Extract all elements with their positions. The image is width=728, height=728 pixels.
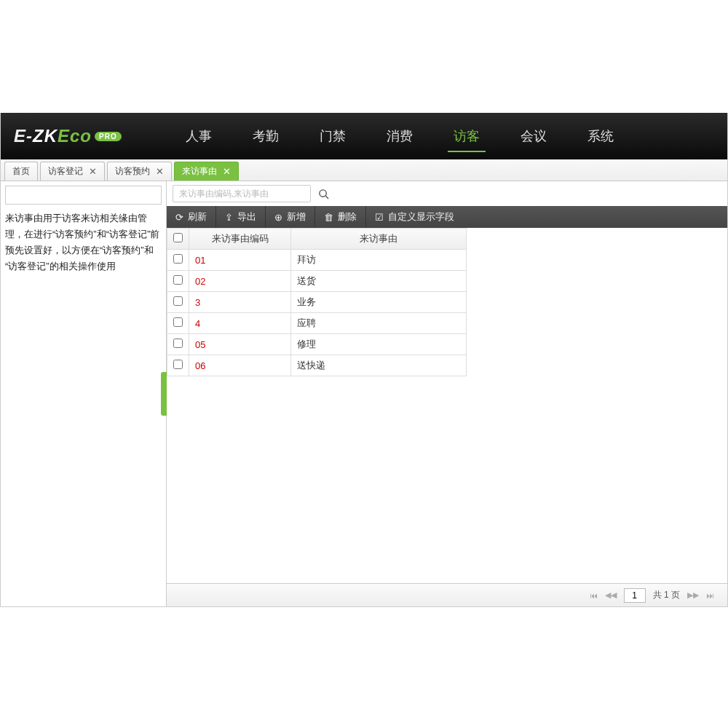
delete-label: 删除 [338, 210, 357, 223]
row-code: 02 [189, 271, 291, 292]
export-button[interactable]: ⇪导出 [216, 206, 266, 228]
delete-button[interactable]: 🗑删除 [315, 206, 366, 228]
tab-label: 来访事由 [182, 165, 217, 178]
close-icon[interactable]: ✕ [89, 167, 97, 176]
table-row[interactable]: 06送快递 [167, 355, 467, 376]
custom-fields-label: 自定义显示字段 [388, 210, 454, 223]
page-total: 共 1 页 [653, 589, 680, 601]
code-col-header[interactable]: 来访事由编码 [189, 229, 291, 250]
tab-2[interactable]: 访客预约✕ [107, 162, 172, 181]
main-nav: 人事考勤门禁消费访客会议系统 [165, 114, 714, 158]
logo-badge: PRO [95, 132, 122, 141]
app-logo: E-ZKEco PRO [14, 126, 122, 146]
row-code: 06 [189, 355, 291, 376]
svg-line-1 [325, 196, 328, 199]
nav-item-0[interactable]: 人事 [165, 114, 232, 158]
nav-item-6[interactable]: 系统 [567, 114, 634, 158]
refresh-label: 刷新 [188, 210, 207, 223]
row-checkbox[interactable] [173, 275, 183, 285]
reasons-table: 来访事由编码 来访事由 01拜访02送货3业务4应聘05修理06送快递 [167, 228, 467, 376]
refresh-button[interactable]: ⟳刷新 [167, 206, 216, 228]
row-reason: 拜访 [291, 250, 467, 271]
logo-text-zk: ZK [33, 126, 58, 146]
row-code: 01 [189, 250, 291, 271]
row-checkbox-cell [167, 334, 189, 355]
next-page-icon[interactable]: ▶▶ [687, 590, 699, 600]
row-reason: 送快递 [291, 355, 467, 376]
prev-page-icon[interactable]: ◀◀ [605, 590, 617, 600]
add-icon: ⊕ [274, 212, 282, 223]
check-icon: ☑ [375, 212, 384, 223]
select-all-checkbox[interactable] [173, 233, 183, 242]
nav-item-4[interactable]: 访客 [433, 114, 500, 158]
row-checkbox-cell [167, 292, 189, 313]
row-checkbox[interactable] [173, 254, 183, 264]
table-row[interactable]: 02送货 [167, 271, 467, 292]
first-page-icon[interactable]: ⏮ [590, 591, 598, 600]
sidebar-collapse-handle[interactable] [161, 372, 167, 416]
tab-label: 访客预约 [115, 165, 150, 178]
row-code: 3 [189, 292, 291, 313]
export-label: 导出 [237, 210, 256, 223]
nav-item-5[interactable]: 会议 [500, 114, 567, 158]
row-reason: 修理 [291, 334, 467, 355]
pagination: ⏮ ◀◀ 共 1 页 ▶▶ ⏭ [167, 583, 727, 606]
search-input[interactable] [173, 185, 311, 202]
toolbar: ⟳刷新 ⇪导出 ⊕新增 🗑删除 ☑自定义显示字段 [167, 206, 727, 228]
row-checkbox[interactable] [173, 296, 183, 306]
add-button[interactable]: ⊕新增 [266, 206, 315, 228]
sidebar: 来访事由用于访客来访相关缘由管理，在进行“访客预约”和“访客登记”前预先设置好，… [1, 181, 167, 606]
row-checkbox-cell [167, 271, 189, 292]
row-code: 4 [189, 313, 291, 334]
table-row[interactable]: 01拜访 [167, 250, 467, 271]
row-reason: 送货 [291, 271, 467, 292]
tab-1[interactable]: 访客登记✕ [40, 162, 105, 181]
nav-item-2[interactable]: 门禁 [299, 114, 366, 158]
search-icon[interactable] [315, 186, 331, 202]
export-icon: ⇪ [225, 212, 233, 223]
row-checkbox-cell [167, 313, 189, 334]
row-checkbox[interactable] [173, 360, 183, 369]
last-page-icon[interactable]: ⏭ [706, 591, 714, 600]
tab-label: 访客登记 [48, 165, 83, 178]
tab-label: 首页 [12, 165, 30, 178]
select-all-header [167, 229, 189, 250]
nav-item-3[interactable]: 消费 [366, 114, 433, 158]
sidebar-help-text: 来访事由用于访客来访相关缘由管理，在进行“访客预约”和“访客登记”前预先设置好，… [5, 210, 162, 274]
row-checkbox-cell [167, 250, 189, 271]
svg-point-0 [319, 189, 325, 196]
row-reason: 业务 [291, 292, 467, 313]
tabs-bar: 首页访客登记✕访客预约✕来访事由✕ [1, 159, 727, 181]
table-row[interactable]: 05修理 [167, 334, 467, 355]
row-checkbox[interactable] [173, 317, 183, 327]
delete-icon: 🗑 [324, 212, 333, 223]
table-container: 来访事由编码 来访事由 01拜访02送货3业务4应聘05修理06送快递 [167, 228, 727, 583]
logo-text-e: E- [14, 126, 33, 146]
custom-fields-button[interactable]: ☑自定义显示字段 [366, 206, 463, 228]
logo-text-eco: Eco [58, 126, 92, 146]
refresh-icon: ⟳ [175, 212, 183, 223]
nav-item-1[interactable]: 考勤 [232, 114, 299, 158]
page-input[interactable] [624, 588, 646, 603]
table-row[interactable]: 4应聘 [167, 313, 467, 334]
close-icon[interactable]: ✕ [156, 167, 164, 176]
sidebar-filter-box[interactable] [5, 186, 162, 205]
row-checkbox-cell [167, 355, 189, 376]
search-row [167, 181, 727, 206]
row-code: 05 [189, 334, 291, 355]
table-row[interactable]: 3业务 [167, 292, 467, 313]
row-checkbox[interactable] [173, 339, 183, 348]
close-icon[interactable]: ✕ [223, 167, 231, 176]
app-header: E-ZKEco PRO 人事考勤门禁消费访客会议系统 [1, 113, 727, 159]
tab-3[interactable]: 来访事由✕ [174, 162, 239, 181]
row-reason: 应聘 [291, 313, 467, 334]
tab-0[interactable]: 首页 [4, 162, 38, 181]
add-label: 新增 [287, 210, 306, 223]
reason-col-header[interactable]: 来访事由 [291, 229, 467, 250]
